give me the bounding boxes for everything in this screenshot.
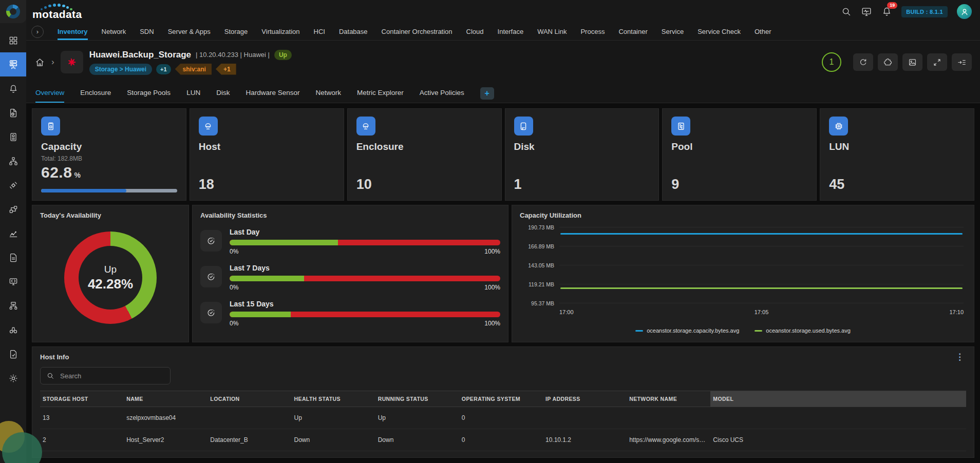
side-panel-button[interactable] bbox=[952, 53, 972, 71]
tab-disk[interactable]: Disk bbox=[216, 89, 230, 103]
cell-network-name bbox=[627, 451, 710, 458]
sidebar-item-dashboard[interactable] bbox=[0, 28, 26, 52]
col-ip-address[interactable]: IP ADDRESS bbox=[543, 391, 627, 407]
table-row[interactable]: 5 SWOPPBTDB03 Up Up 0 10.169.40.147 bbox=[40, 451, 966, 458]
sidebar-item-inventory[interactable] bbox=[0, 52, 26, 76]
col-storage-host[interactable]: STORAGE HOST bbox=[40, 391, 124, 407]
add-tab-button[interactable]: + bbox=[480, 87, 494, 100]
col-name[interactable]: NAME bbox=[124, 391, 208, 407]
user-avatar[interactable] bbox=[957, 4, 972, 19]
capacity-card[interactable]: Capacity Total: 182.8MB 62.8 % bbox=[32, 108, 186, 201]
availability-donut[interactable]: Up 42.28% bbox=[64, 232, 157, 324]
tab-lun[interactable]: LUN bbox=[186, 89, 200, 103]
nav-item-storage[interactable]: Storage bbox=[224, 23, 248, 40]
capacity-percent-unit: % bbox=[74, 171, 80, 179]
host-search[interactable] bbox=[40, 367, 171, 384]
capacity-title: Capacity bbox=[41, 141, 177, 152]
sidebar-item-reports[interactable] bbox=[0, 125, 26, 149]
nav-item-process[interactable]: Process bbox=[580, 23, 605, 40]
sidebar-item-schedule[interactable] bbox=[0, 101, 26, 125]
cell-running-status: Up bbox=[375, 407, 459, 429]
nav-item-inventory[interactable]: Inventory bbox=[58, 23, 88, 40]
lun-card[interactable]: LUN 45 bbox=[820, 108, 974, 201]
table-row[interactable]: 13 szelpxovmbase04 Up Up 0 bbox=[40, 407, 966, 429]
sidebar-item-automation[interactable] bbox=[0, 173, 26, 197]
nav-item-wan-link[interactable]: WAN Link bbox=[537, 23, 567, 40]
search-input[interactable] bbox=[59, 372, 164, 380]
table-row[interactable]: 2 Host_Server2 Datacenter_B Down Down 0 … bbox=[40, 429, 966, 451]
nav-item-server-apps[interactable]: Server & Apps bbox=[168, 23, 211, 40]
col-health-status[interactable]: HEALTH STATUS bbox=[292, 391, 375, 407]
monitor-activity-button[interactable] bbox=[861, 6, 872, 17]
enclosure-card[interactable]: Enclosure 10 bbox=[347, 108, 502, 201]
sidebar-item-agents[interactable] bbox=[0, 269, 26, 294]
tab-storage-pools[interactable]: Storage Pools bbox=[127, 89, 171, 103]
sidebar-item-workflow[interactable] bbox=[0, 197, 26, 221]
metrics-chart-icon bbox=[8, 228, 18, 239]
nav-item-cloud[interactable]: Cloud bbox=[466, 23, 484, 40]
disk-card[interactable]: Disk 1 bbox=[505, 108, 659, 201]
tab-enclosure[interactable]: Enclosure bbox=[80, 89, 111, 103]
nav-item-service-check[interactable]: Service Check bbox=[698, 23, 741, 40]
plugin-button[interactable] bbox=[878, 53, 898, 71]
nav-item-hci[interactable]: HCI bbox=[314, 23, 325, 40]
col-running-status[interactable]: RUNNING STATUS bbox=[375, 391, 459, 407]
category-tag[interactable]: Storage > Huawei bbox=[89, 64, 152, 75]
col-location[interactable]: LOCATION bbox=[208, 391, 291, 407]
pool-card[interactable]: Pool 9 bbox=[662, 108, 817, 201]
col-network-name[interactable]: NETWORK NAME bbox=[627, 391, 710, 407]
legend-capacity[interactable]: oceanstor.storage.capacity.bytes.avg bbox=[635, 327, 739, 334]
tab-network[interactable]: Network bbox=[315, 89, 341, 103]
sidebar-item-settings[interactable] bbox=[0, 366, 26, 390]
tab-metric-explorer[interactable]: Metric Explorer bbox=[357, 89, 404, 103]
app-logo[interactable] bbox=[0, 0, 26, 23]
image-button[interactable] bbox=[902, 53, 922, 71]
chart-legend: oceanstor.storage.capacity.bytes.avg oce… bbox=[512, 327, 974, 334]
nav-item-container-orchestration[interactable]: Container Orchestration bbox=[382, 23, 453, 40]
kebab-menu-icon[interactable]: ⋮ bbox=[953, 353, 966, 361]
brand-dots bbox=[41, 4, 77, 10]
nav-item-network[interactable]: Network bbox=[102, 23, 126, 40]
nav-item-container[interactable]: Container bbox=[618, 23, 647, 40]
custom-tag[interactable]: shiv:ani bbox=[175, 64, 212, 75]
home-icon[interactable] bbox=[34, 57, 45, 68]
capacity-utilization-chart[interactable]: 190.73 MB 166.89 MB 143.05 MB 119.21 MB … bbox=[559, 227, 964, 303]
settings-gear-icon bbox=[8, 373, 18, 383]
nav-item-service[interactable]: Service bbox=[662, 23, 684, 40]
host-icon-tile bbox=[199, 117, 218, 136]
capacity-progress-track bbox=[41, 189, 177, 192]
monitor-count-indicator[interactable]: 1 bbox=[822, 52, 841, 72]
nav-expander-button[interactable]: › bbox=[31, 26, 44, 38]
tab-active-policies[interactable]: Active Policies bbox=[420, 89, 464, 103]
custom-tag-more[interactable]: +1 bbox=[216, 64, 236, 75]
sidebar-item-network-servers[interactable] bbox=[0, 294, 26, 318]
expand-button[interactable] bbox=[927, 53, 947, 71]
device-titles: Huawei.Backup_Storage | 10.20.40.233 | H… bbox=[89, 50, 292, 75]
col-operating-system[interactable]: OPERATING SYSTEM bbox=[459, 391, 543, 407]
search-button[interactable] bbox=[841, 6, 852, 17]
nav-item-sdn[interactable]: SDN bbox=[140, 23, 154, 40]
sidebar-item-alerts[interactable] bbox=[0, 76, 26, 101]
chart-series-line bbox=[560, 287, 963, 289]
sidebar-item-audit[interactable] bbox=[0, 342, 26, 366]
sidebar-item-topology[interactable] bbox=[0, 149, 26, 173]
sidebar-item-analytics[interactable] bbox=[0, 221, 26, 245]
tab-overview[interactable]: Overview bbox=[35, 89, 64, 103]
legend-used[interactable]: oceanstor.storage.used.bytes.avg bbox=[755, 327, 851, 334]
nav-item-interface[interactable]: Interface bbox=[498, 23, 524, 40]
notifications-button[interactable]: 19 bbox=[881, 6, 892, 17]
sidebar-item-documents[interactable] bbox=[0, 245, 26, 269]
nav-item-other[interactable]: Other bbox=[755, 23, 771, 40]
tab-hardware-sensor[interactable]: Hardware Sensor bbox=[246, 89, 299, 103]
category-more-tag[interactable]: +1 bbox=[156, 64, 171, 74]
nav-item-database[interactable]: Database bbox=[339, 23, 368, 40]
agent-monitor-icon bbox=[8, 277, 18, 287]
cell-storage-host: 5 bbox=[40, 451, 124, 458]
nav-item-virtualization[interactable]: Virtualization bbox=[261, 23, 299, 40]
refresh-button[interactable] bbox=[853, 53, 873, 71]
device-breadcrumb: › bbox=[34, 50, 292, 75]
host-card[interactable]: Host 18 bbox=[190, 108, 344, 201]
col-model[interactable]: MODEL bbox=[710, 391, 966, 407]
sidebar-item-discovery[interactable] bbox=[0, 318, 26, 342]
main-column: motadata 19 BUILD : 8.1.1 › Inventory Ne… bbox=[26, 0, 980, 463]
